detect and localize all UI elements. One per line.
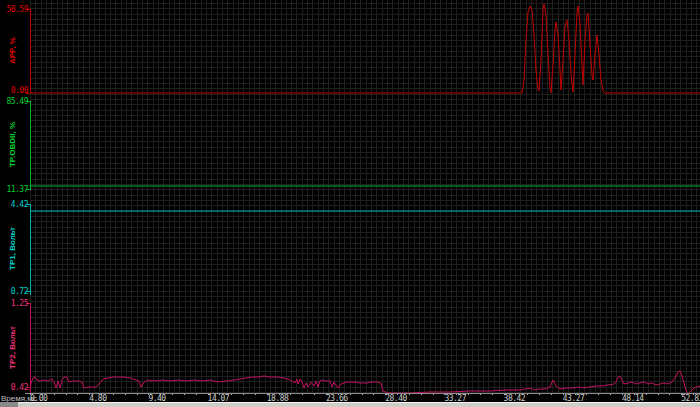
channel-tp-obdii-name-label: TP.OBDII, %: [8, 100, 17, 190]
time-axis-line: [25, 393, 700, 394]
channel-app-min-value: 0.00: [0, 86, 28, 95]
channel-tp2-name-label: TP2, Вольт: [8, 303, 17, 393]
channel-tp2-min-value: 0.42: [0, 383, 28, 392]
channel-tp-obdii-min-value: 11.37: [0, 185, 28, 194]
horizontal-scrollbar[interactable]: [0, 402, 700, 407]
channel-tp1-min-value: 0.72: [0, 287, 28, 296]
traces-svg: [0, 0, 700, 407]
channel-app-name-label: APP, %: [8, 6, 17, 96]
app-trace: [30, 4, 700, 93]
scope-graph-screen: 50.59 APP, % 0.00 85.49 TP.OBDII, % 11.3…: [0, 0, 700, 407]
scrollbar-thumb[interactable]: [18, 402, 700, 407]
channel-tp1-name-label: TP1, Вольт: [8, 204, 17, 294]
tp2-trace: [30, 371, 700, 394]
